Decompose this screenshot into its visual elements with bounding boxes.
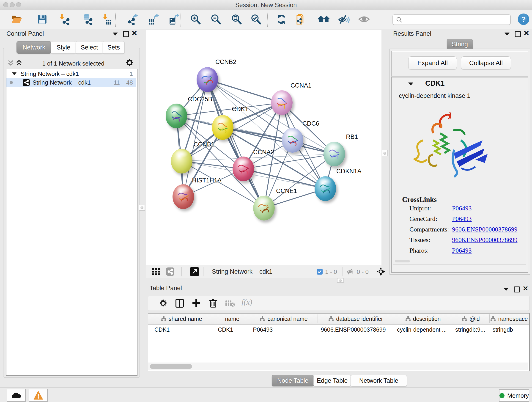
network-node-ccnb2[interactable] xyxy=(196,67,218,92)
collapse-all-chevron-icon[interactable] xyxy=(7,59,15,67)
search-input[interactable] xyxy=(393,14,511,25)
protein-collapse-icon[interactable] xyxy=(408,83,413,85)
results-panel-maximize-icon[interactable] xyxy=(515,31,521,37)
network-node-ccna1[interactable] xyxy=(271,90,293,115)
network-edge[interactable] xyxy=(223,128,334,154)
zoom-in-icon[interactable] xyxy=(189,13,202,26)
import-network-database-icon[interactable] xyxy=(81,13,93,26)
crosslink-value[interactable]: 9606.ENSP00000378699 xyxy=(452,236,517,244)
table-cell[interactable]: P06493 xyxy=(253,325,316,335)
network-node-cdc25b[interactable] xyxy=(166,104,187,128)
tab-style[interactable]: Style xyxy=(51,41,76,54)
column-header-canonical-name[interactable]: canonical name xyxy=(250,313,317,325)
tab-node-table[interactable]: Node Table xyxy=(272,375,314,386)
warning-button[interactable] xyxy=(29,389,48,402)
tab-string[interactable]: String xyxy=(447,39,473,50)
network-tree-root-row[interactable]: String Network – cdk1 1 xyxy=(6,70,136,78)
table-panel-close-icon[interactable]: ✕ xyxy=(523,286,528,292)
control-panel-close-icon[interactable]: ✕ xyxy=(132,30,137,36)
home-icon[interactable] xyxy=(318,13,330,26)
table-hscrollbar-thumb[interactable] xyxy=(150,364,192,369)
show-all-icon[interactable] xyxy=(358,13,370,26)
zoom-fit-icon[interactable] xyxy=(230,13,243,26)
network-node-hist1h1a[interactable] xyxy=(172,184,194,209)
crosslink-value[interactable]: P06493 xyxy=(452,205,472,212)
column-header-namespace[interactable]: namespace xyxy=(489,313,529,325)
crosslink-value[interactable]: P06493 xyxy=(452,215,472,223)
import-table-file-icon[interactable] xyxy=(100,13,113,26)
table-cell[interactable]: stringdb xyxy=(493,325,527,335)
results-panel-close-icon[interactable]: ✕ xyxy=(524,30,529,36)
gear-icon[interactable] xyxy=(126,59,134,67)
crosslink-value[interactable]: P06493 xyxy=(452,247,472,254)
table-hscrollbar[interactable] xyxy=(148,363,528,370)
tab-sets[interactable]: Sets xyxy=(103,41,125,54)
column-header-database-identifier[interactable]: database identifier xyxy=(317,313,394,325)
column-header-description[interactable]: description xyxy=(394,313,452,325)
network-node-cdkn1a[interactable] xyxy=(315,176,336,201)
create-column-icon[interactable] xyxy=(192,299,201,307)
network-node-cdk1[interactable] xyxy=(212,115,234,140)
import-network-file-icon[interactable] xyxy=(58,13,71,26)
results-panel-float-icon[interactable] xyxy=(505,32,510,36)
network-canvas[interactable]: CCNB2CCNA1CDC25BCDK1CDC6RB1CCNB1CCNA2CDK… xyxy=(146,30,381,265)
tree-expand-icon[interactable] xyxy=(12,72,17,75)
export-table-icon[interactable] xyxy=(147,13,160,26)
network-node-rb1[interactable] xyxy=(323,142,345,166)
left-splitter-handle[interactable] xyxy=(139,205,145,211)
table-panel-maximize-icon[interactable] xyxy=(514,287,520,293)
tab-network[interactable]: Network xyxy=(17,41,51,54)
table-gear-icon[interactable] xyxy=(159,299,167,307)
network-tree-child-row[interactable]: String Network – cdk1 11 48 xyxy=(6,78,136,87)
tab-select[interactable]: Select xyxy=(76,41,103,54)
network-view-icon[interactable] xyxy=(166,268,174,276)
network-node-cdc6[interactable] xyxy=(282,128,303,153)
column-header-shared-name[interactable]: shared name xyxy=(148,313,215,325)
memory-button[interactable]: Memory xyxy=(499,389,529,402)
right-splitter-handle[interactable] xyxy=(382,150,388,156)
zoom-selected-icon[interactable] xyxy=(250,13,262,26)
column-header-name[interactable]: name xyxy=(215,313,250,325)
results-scrollbar-thumb[interactable] xyxy=(395,260,410,262)
expand-all-chevron-icon[interactable] xyxy=(15,59,23,67)
bottom-splitter-handle[interactable] xyxy=(337,278,344,283)
table-cell[interactable]: CDK1 xyxy=(154,325,216,335)
network-edge[interactable] xyxy=(207,80,282,103)
open-network-from-file-icon[interactable] xyxy=(295,13,307,26)
network-edge[interactable] xyxy=(243,169,325,189)
cloud-button[interactable] xyxy=(7,389,26,402)
table-cell[interactable]: 9606.ENSP00000378699 xyxy=(321,325,393,335)
tab-network-table[interactable]: Network Table xyxy=(351,375,407,386)
network-edge[interactable] xyxy=(207,80,264,208)
delete-column-icon[interactable] xyxy=(209,298,217,307)
help-icon[interactable]: ? xyxy=(517,13,530,26)
control-panel-maximize-icon[interactable] xyxy=(123,31,129,37)
export-image-icon[interactable] xyxy=(168,13,180,26)
collapse-all-button[interactable]: Collapse All xyxy=(461,56,511,70)
expand-all-button[interactable]: Expand All xyxy=(408,56,457,70)
refresh-icon[interactable] xyxy=(275,13,288,26)
export-network-icon[interactable] xyxy=(127,13,139,26)
crosslink-value[interactable]: 9606.ENSP00000378699 xyxy=(452,226,517,233)
network-node-ccna2[interactable] xyxy=(233,157,254,181)
zoom-out-icon[interactable] xyxy=(210,13,222,26)
network-node-ccne1[interactable] xyxy=(253,196,275,220)
save-session-icon[interactable] xyxy=(36,13,48,26)
table-panel-float-icon[interactable] xyxy=(504,288,509,291)
hide-selected-icon[interactable] xyxy=(338,13,350,26)
column-header--id[interactable]: @id xyxy=(452,313,489,325)
grid-view-icon[interactable] xyxy=(152,268,160,275)
toolbar-divider xyxy=(291,12,291,27)
control-panel-float-icon[interactable] xyxy=(113,32,118,36)
table-cell[interactable]: CDK1 xyxy=(218,325,248,335)
selected-checkbox-icon[interactable] xyxy=(317,269,323,274)
table-cell[interactable]: stringdb:9... xyxy=(455,325,488,335)
table-cell[interactable]: cyclin-dependent ... xyxy=(397,325,451,335)
open-session-icon[interactable] xyxy=(11,13,23,26)
tab-edge-table[interactable]: Edge Table xyxy=(313,375,351,386)
show-columns-icon[interactable] xyxy=(176,299,184,307)
network-node-ccnb1[interactable] xyxy=(171,149,192,173)
window-title: Session: New Session xyxy=(0,2,532,9)
birds-eye-view-icon[interactable] xyxy=(190,267,199,276)
fit-content-crosshair-icon[interactable] xyxy=(376,267,385,276)
